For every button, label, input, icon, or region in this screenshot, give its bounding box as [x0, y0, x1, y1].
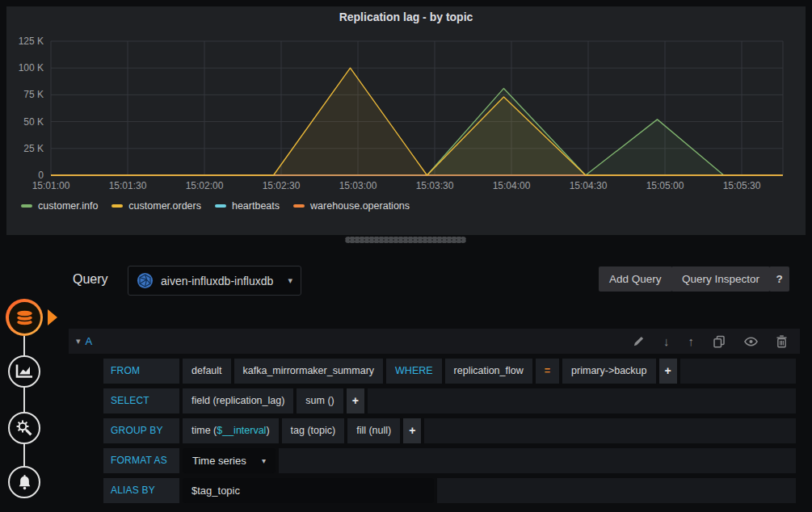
query-segment[interactable]: tag (topic) [282, 418, 345, 443]
query-segment[interactable]: time ($__interval) [183, 418, 279, 443]
tab-connector [23, 336, 25, 355]
clause-label-from: FROM [103, 359, 179, 384]
add-query-button[interactable]: Add Query [599, 266, 672, 292]
query-clause-row-select: SELECTfield (replication_lag)sum ()+ [103, 388, 796, 413]
query-clause-row-group-by: GROUP BYtime ($__interval)tag (topic)fil… [103, 418, 796, 443]
chevron-down-icon: ▾ [262, 448, 266, 473]
query-section-label: Query [73, 272, 108, 287]
query-segment[interactable]: field (replication_lag) [183, 388, 293, 413]
query-inspector-button[interactable]: Query Inspector [671, 266, 770, 292]
chart-legend: customer.infocustomer.ordersheartbeatswa… [21, 200, 410, 212]
datasource-picker[interactable]: aiven-influxdb-influxdb ▾ [128, 266, 301, 296]
query-segment[interactable]: = [536, 359, 559, 384]
query-segment[interactable]: default [183, 359, 231, 384]
graph-panel: Replication lag - by topic 025 K50 K75 K… [6, 6, 806, 235]
tab-alert[interactable] [8, 466, 40, 498]
svg-text:100 K: 100 K [19, 62, 44, 73]
row-filler [279, 448, 796, 473]
move-up-arrow-icon[interactable]: ↑ [688, 334, 695, 348]
clause-label-alias-by: ALIAS BY [103, 478, 179, 503]
clause-label-select: SELECT [103, 388, 179, 413]
svg-text:15:02:30: 15:02:30 [263, 180, 301, 191]
legend-series-name: heartbeats [232, 200, 280, 212]
query-clause-row-alias-by: ALIAS BY$tag_topic [103, 478, 796, 503]
move-down-arrow-icon[interactable]: ↓ [663, 334, 670, 348]
tab-connector [23, 388, 25, 412]
row-filler [680, 359, 796, 384]
row-filler [437, 478, 796, 503]
segment-part: $__interval [217, 425, 266, 436]
query-segment[interactable]: replication_flow [445, 359, 532, 384]
svg-text:50 K: 50 K [23, 116, 44, 128]
segment-part: time ( [191, 425, 217, 436]
svg-text:15:01:00: 15:01:00 [32, 180, 70, 191]
alias-by-input[interactable]: $tag_topic [183, 478, 434, 503]
chevron-down-icon: ▾ [288, 275, 292, 286]
legend-series-name: customer.info [38, 200, 98, 212]
legend-item-heartbeats[interactable]: heartbeats [215, 200, 280, 212]
svg-text:15:05:30: 15:05:30 [723, 180, 761, 191]
panel-edit-tab-strip [0, 242, 52, 512]
legend-item-customer-orders[interactable]: customer.orders [111, 200, 201, 212]
influxdb-logo-icon [137, 272, 154, 289]
svg-text:25 K: 25 K [23, 143, 44, 154]
tab-connector [23, 444, 25, 466]
help-button[interactable]: ? [769, 266, 789, 292]
svg-text:15:04:00: 15:04:00 [493, 180, 531, 191]
svg-text:15:01:30: 15:01:30 [109, 180, 147, 191]
query-clause-row-from: FROMdefaultkafka_mirrormaker_summaryWHER… [103, 359, 796, 384]
legend-item-customer-info[interactable]: customer.info [21, 200, 98, 212]
chart-icon [15, 363, 33, 380]
query-segment[interactable]: kafka_mirrormaker_summary [234, 359, 384, 384]
eye-icon[interactable] [744, 337, 758, 346]
pane-resize-handle[interactable] [345, 237, 466, 243]
datasource-name: aiven-influxdb-influxdb [161, 275, 273, 287]
tab-visualization[interactable] [8, 355, 40, 388]
svg-text:15:04:30: 15:04:30 [570, 180, 608, 191]
svg-text:15:03:30: 15:03:30 [416, 180, 454, 191]
database-icon [14, 308, 36, 328]
legend-color-dash [215, 204, 226, 208]
add-part-button[interactable]: + [347, 388, 364, 413]
tab-queries[interactable] [6, 299, 43, 336]
legend-series-name: customer.orders [128, 200, 201, 212]
svg-text:75 K: 75 K [23, 89, 44, 100]
query-row-header[interactable]: ▾ A ↓ ↑ [69, 329, 800, 354]
query-clause-row-format-as: FORMAT ASTime series▾ [103, 448, 796, 473]
format-as-select[interactable]: Time series▾ [183, 448, 276, 473]
legend-color-dash [293, 204, 305, 208]
legend-item-warehouse-operations[interactable]: warehouse.operations [293, 200, 410, 212]
clause-label-group-by: GROUP BY [103, 418, 179, 443]
edit-pencil-icon[interactable] [633, 335, 645, 347]
svg-text:15:05:00: 15:05:00 [646, 180, 684, 191]
legend-color-dash [111, 204, 123, 208]
query-segment[interactable]: sum () [297, 388, 343, 413]
segment-part: ) [266, 425, 269, 436]
duplicate-copy-icon[interactable] [713, 335, 726, 348]
query-segment[interactable]: WHERE [386, 359, 442, 384]
query-segment[interactable]: fill (null) [347, 418, 400, 443]
format-as-value: Time series [192, 448, 246, 473]
bell-icon [16, 474, 33, 491]
gear-wrench-icon [15, 418, 34, 438]
clause-label-format-as: FORMAT AS [103, 448, 179, 473]
collapse-caret-icon[interactable]: ▾ [76, 336, 81, 346]
add-part-button[interactable]: + [659, 359, 677, 384]
legend-series-name: warehouse.operations [310, 200, 410, 212]
query-ref-id: A [86, 335, 93, 347]
row-filler [368, 388, 796, 413]
svg-text:0: 0 [38, 170, 44, 181]
tab-general[interactable] [8, 412, 40, 444]
tab-queries-circle [9, 302, 40, 334]
legend-color-dash [21, 204, 32, 208]
query-segment[interactable]: primary->backup [562, 359, 655, 384]
add-part-button[interactable]: + [403, 418, 421, 443]
svg-text:15:03:00: 15:03:00 [339, 180, 377, 191]
svg-text:125 K: 125 K [19, 36, 44, 47]
query-actions: ↓ ↑ [633, 334, 787, 348]
active-tab-arrow [48, 309, 57, 325]
svg-text:15:02:00: 15:02:00 [186, 180, 224, 191]
row-filler [424, 418, 796, 443]
trash-icon[interactable] [776, 335, 787, 348]
